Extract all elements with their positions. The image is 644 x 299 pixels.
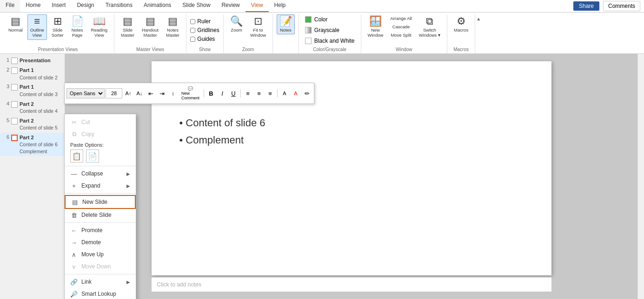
ribbon-group-zoom: 🔍 Zoom ⊡ Fit toWindow Zoom bbox=[224, 14, 273, 53]
tab-transitions[interactable]: Transitions bbox=[100, 0, 138, 12]
ruler-input[interactable] bbox=[190, 19, 195, 24]
paste-keep-source-button[interactable]: 📋 bbox=[70, 150, 83, 162]
notes-button[interactable]: 📝 Notes bbox=[277, 14, 295, 34]
align-right-button[interactable]: ≡ bbox=[265, 88, 275, 98]
highlight-color-button[interactable]: A bbox=[279, 88, 290, 98]
ribbon-expand[interactable]: ▲ bbox=[475, 14, 482, 53]
slide-bullet-5-0: Content of slide 5 bbox=[20, 124, 58, 131]
comments-button[interactable]: Comments bbox=[603, 1, 640, 11]
cm-link[interactable]: 🔗 Link ▶ bbox=[65, 276, 136, 288]
cm-expand[interactable]: + Expand ▶ bbox=[65, 180, 136, 192]
new-comment-button[interactable]: 💬 NewComment bbox=[179, 85, 202, 102]
new-window-button[interactable]: 🪟 NewWindow bbox=[365, 14, 386, 40]
slide-master-button[interactable]: ▤ SlideMaster bbox=[118, 14, 137, 40]
slide-icon-2 bbox=[11, 67, 18, 74]
cm-delete-slide[interactable]: 🗑 Delete Slide bbox=[65, 209, 136, 221]
cascade-button[interactable]: Cascade bbox=[388, 23, 414, 31]
paste-match-dest-button[interactable]: 📄 bbox=[86, 150, 99, 162]
switch-windows-icon: ⧉ bbox=[426, 16, 433, 26]
move-split-button[interactable]: Move Split bbox=[388, 31, 414, 39]
tab-animations[interactable]: Animations bbox=[138, 0, 177, 12]
align-left-button[interactable]: ≡ bbox=[243, 88, 253, 98]
ruler-checkbox[interactable]: Ruler bbox=[190, 17, 219, 26]
slide-sorter-button[interactable]: ⊞ SlideSorter bbox=[49, 14, 66, 40]
bold-button[interactable]: B bbox=[206, 88, 216, 98]
tab-file[interactable]: File bbox=[0, 0, 20, 12]
slide-icon-1 bbox=[11, 58, 18, 64]
tab-help[interactable]: Help bbox=[269, 0, 292, 12]
outline-view-button[interactable]: ≡ OutlineView bbox=[27, 14, 47, 40]
grayscale-button[interactable]: Grayscale bbox=[303, 26, 357, 35]
tab-view[interactable]: View bbox=[246, 0, 269, 12]
outline-label: OutlineView bbox=[30, 27, 44, 38]
font-decrease-button[interactable]: A↓ bbox=[134, 88, 145, 98]
zoom-button[interactable]: 🔍 Zoom bbox=[227, 14, 246, 34]
macros-button[interactable]: ⚙ Macros bbox=[451, 14, 471, 34]
cm-promote[interactable]: ← Promote bbox=[65, 224, 136, 236]
font-size-input[interactable] bbox=[106, 88, 122, 98]
cm-demote[interactable]: → Demote bbox=[65, 236, 136, 248]
scrollbar-area[interactable] bbox=[637, 54, 644, 299]
line-spacing-button[interactable]: ↕ bbox=[168, 88, 178, 98]
cm-paste-section: Paste Options: 📋 📄 bbox=[65, 140, 136, 164]
cm-collapse[interactable]: — Collapse ▶ bbox=[65, 168, 136, 180]
cm-copy-label: Copy bbox=[81, 131, 130, 137]
color-button[interactable]: Color bbox=[303, 15, 357, 24]
new-window-icon: 🪟 bbox=[369, 16, 382, 26]
slide-title-5: Part 2 bbox=[20, 117, 58, 124]
notes-placeholder: Click to add notes bbox=[157, 281, 201, 288]
cm-move-up[interactable]: ∧ Move Up bbox=[65, 248, 136, 260]
slide-item-2[interactable]: 2 Part 1 Content of slide 2 bbox=[0, 65, 65, 82]
share-button[interactable]: Share bbox=[573, 1, 599, 11]
font-color-button[interactable]: A bbox=[291, 88, 301, 98]
italic-button[interactable]: I bbox=[217, 88, 227, 98]
notes-master-button[interactable]: ▤ NotesMaster bbox=[163, 14, 182, 40]
cm-move-down[interactable]: ∨ Move Down bbox=[65, 260, 136, 273]
normal-view-button[interactable]: ▤ Normal bbox=[6, 14, 26, 34]
notes-page-button[interactable]: 📄 NotesPage bbox=[68, 14, 86, 40]
slide-title-6: Part 2 bbox=[20, 134, 58, 141]
font-increase-button[interactable]: A↑ bbox=[123, 88, 133, 98]
slide-item-5[interactable]: 5 Part 2 Content of slide 5 bbox=[0, 116, 65, 133]
cm-new-slide[interactable]: ▤ New Slide bbox=[65, 195, 136, 209]
slide-item-6[interactable]: 6 Part 2 Content of slide 6 Complement bbox=[0, 133, 65, 156]
guides-input[interactable] bbox=[190, 37, 195, 42]
clear-format-button[interactable]: ✏ bbox=[302, 88, 312, 98]
tab-design[interactable]: Design bbox=[71, 0, 100, 12]
tab-insert[interactable]: Insert bbox=[46, 0, 71, 12]
fit-to-window-label: Fit toWindow bbox=[250, 27, 266, 38]
cm-collapse-label: Collapse bbox=[81, 170, 123, 177]
slide-title-1: Presentation bbox=[20, 57, 51, 64]
black-and-white-button[interactable]: Black and White bbox=[303, 36, 357, 46]
switch-windows-button[interactable]: ⧉ SwitchWindows ▾ bbox=[416, 14, 443, 40]
cm-copy[interactable]: ⧉ Copy bbox=[65, 128, 136, 140]
outline-panel: 1 Presentation 2 Part 1 Content of slide… bbox=[0, 54, 65, 299]
macros-buttons: ⚙ Macros bbox=[451, 14, 471, 46]
increase-indent-button[interactable]: ⇥ bbox=[157, 88, 167, 98]
tab-home[interactable]: Home bbox=[20, 0, 46, 12]
slide-icon-5 bbox=[11, 118, 18, 124]
gridlines-input[interactable] bbox=[190, 28, 195, 33]
reading-view-button[interactable]: 📖 ReadingView bbox=[88, 14, 110, 40]
underline-button[interactable]: U bbox=[228, 88, 239, 98]
font-family-select[interactable]: Open Sans bbox=[66, 88, 105, 98]
guides-checkbox[interactable]: Guides bbox=[190, 35, 219, 43]
slide-item-1[interactable]: 1 Presentation bbox=[0, 56, 65, 65]
cm-cut[interactable]: ✂ Cut bbox=[65, 116, 136, 128]
decrease-indent-button[interactable]: ⇤ bbox=[146, 88, 156, 98]
slide-num-4: 4 bbox=[3, 101, 9, 106]
fit-to-window-button[interactable]: ⊡ Fit toWindow bbox=[247, 14, 269, 40]
cm-smart-lookup[interactable]: 🔎 Smart Lookup bbox=[65, 288, 136, 299]
ribbon-group-color-grayscale: Color Grayscale Black and White Color/Gr… bbox=[299, 14, 361, 53]
ribbon-tabs: File Home Insert Design Transitions Anim… bbox=[0, 0, 644, 13]
arrange-all-button[interactable]: Arrange All bbox=[388, 14, 414, 22]
slide-item-3[interactable]: 3 Part 1 Content of slide 3 bbox=[0, 82, 65, 99]
slide-item-4[interactable]: 4 Part 2 Content of slide 4 bbox=[0, 99, 65, 116]
gridlines-checkbox[interactable]: Gridlines bbox=[190, 26, 219, 34]
tab-review[interactable]: Review bbox=[216, 0, 245, 12]
notes-area[interactable]: Click to add notes bbox=[152, 277, 551, 292]
align-center-button[interactable]: ≡ bbox=[254, 88, 264, 98]
handout-master-button[interactable]: ▤ HandoutMaster bbox=[139, 14, 161, 40]
tab-slide-show[interactable]: Slide Show bbox=[177, 0, 216, 12]
floating-toolbar: Open Sans A↑ A↓ ⇤ ⇥ ↕ 💬 NewComment B I U… bbox=[64, 83, 314, 104]
